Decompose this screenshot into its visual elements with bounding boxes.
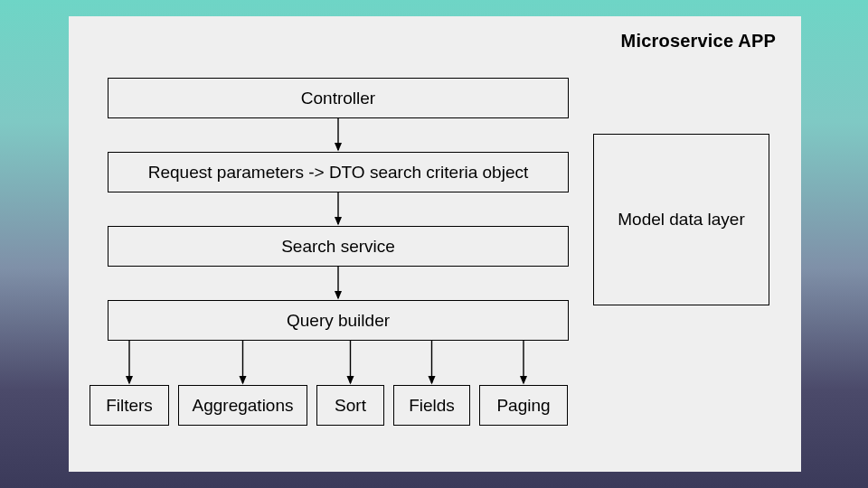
box-query-builder: Query builder bbox=[108, 300, 569, 341]
box-filters: Filters bbox=[90, 385, 169, 426]
box-paging: Paging bbox=[479, 385, 568, 426]
box-fields: Fields bbox=[393, 385, 470, 426]
box-controller: Controller bbox=[108, 78, 569, 118]
box-search-service: Search service bbox=[108, 226, 569, 267]
box-model-label: Model data layer bbox=[618, 210, 744, 230]
box-sort: Sort bbox=[316, 385, 384, 426]
box-dto-label: Request parameters -> DTO search criteri… bbox=[148, 163, 528, 183]
box-filters-label: Filters bbox=[106, 396, 153, 416]
box-dto: Request parameters -> DTO search criteri… bbox=[108, 152, 569, 192]
diagram-panel: Microservice APP Controller Request para… bbox=[69, 16, 801, 472]
box-query-builder-label: Query builder bbox=[287, 311, 390, 331]
box-controller-label: Controller bbox=[301, 89, 375, 108]
box-fields-label: Fields bbox=[409, 396, 455, 416]
panel-title: Microservice APP bbox=[621, 31, 776, 52]
box-sort-label: Sort bbox=[335, 396, 366, 416]
box-aggregations: Aggregations bbox=[178, 385, 307, 426]
box-aggregations-label: Aggregations bbox=[193, 396, 294, 416]
box-search-service-label: Search service bbox=[281, 237, 395, 257]
box-paging-label: Paging bbox=[496, 396, 550, 416]
box-model-data-layer: Model data layer bbox=[593, 134, 769, 305]
